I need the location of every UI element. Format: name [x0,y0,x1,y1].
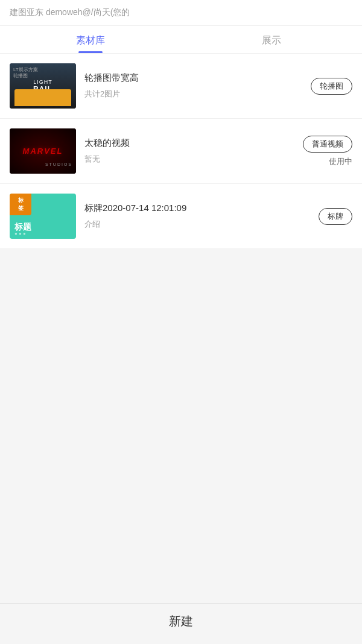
overlay-text: LT展示方案轮播图 [13,67,38,80]
header-text: 建图亚东 demoweh@/尚天(您的 [10,7,130,17]
item-right: 标牌 [304,208,352,225]
sign-dots: ● ● ● [14,231,26,236]
tab-display[interactable]: 展示 [181,26,362,53]
item-info: 太稳的视频 暂无 [84,137,303,165]
header-bar: 建图亚东 demoweh@/尚天(您的 [0,0,362,26]
thumbnail-marvel: MARVEL STUDIOS [10,128,76,174]
marvel-text: MARVEL [23,147,63,156]
thumbnail-sign: 标签 标题 ● ● ● [10,194,76,239]
train-shape [14,89,71,106]
item-title: 太稳的视频 [84,137,303,149]
item-tag: 轮播图 [311,78,352,95]
item-info: 轮播图带宽高 共计2图片 [84,72,304,99]
item-title: 标牌2020-07-14 12:01:09 [84,203,304,214]
tabs-bar: 素材库 展示 [0,26,362,54]
empty-area [0,249,362,563]
materials-list: LT展示方案轮播图 LIGHT RAIL 轮播图带宽高 共计2图片 轮播图 MA… [0,54,362,249]
item-subtitle: 介绍 [84,219,304,230]
bottom-bar: 新建 [0,603,362,644]
item-info: 标牌2020-07-14 12:01:09 介绍 [84,203,304,230]
sign-corner-icon: 标签 [10,194,31,215]
studios-text: STUDIOS [45,162,72,166]
thumbnail-lightrail: LT展示方案轮播图 LIGHT RAIL [10,63,76,109]
item-right: 普通视频 使用中 [303,136,352,167]
list-item[interactable]: LT展示方案轮播图 LIGHT RAIL 轮播图带宽高 共计2图片 轮播图 [0,54,362,119]
item-tag: 标牌 [319,208,352,225]
item-status: 使用中 [329,156,352,167]
list-item[interactable]: 标签 标题 ● ● ● 标牌2020-07-14 12:01:09 介绍 标牌 [0,184,362,249]
item-subtitle: 暂无 [84,154,303,165]
item-subtitle: 共计2图片 [84,89,304,99]
item-right: 轮播图 [304,78,352,95]
item-title: 轮播图带宽高 [84,72,304,84]
list-item[interactable]: MARVEL STUDIOS 太稳的视频 暂无 普通视频 使用中 [0,119,362,184]
tab-materials[interactable]: 素材库 [0,26,181,53]
new-button[interactable]: 新建 [169,613,193,630]
item-tag: 普通视频 [303,136,352,153]
